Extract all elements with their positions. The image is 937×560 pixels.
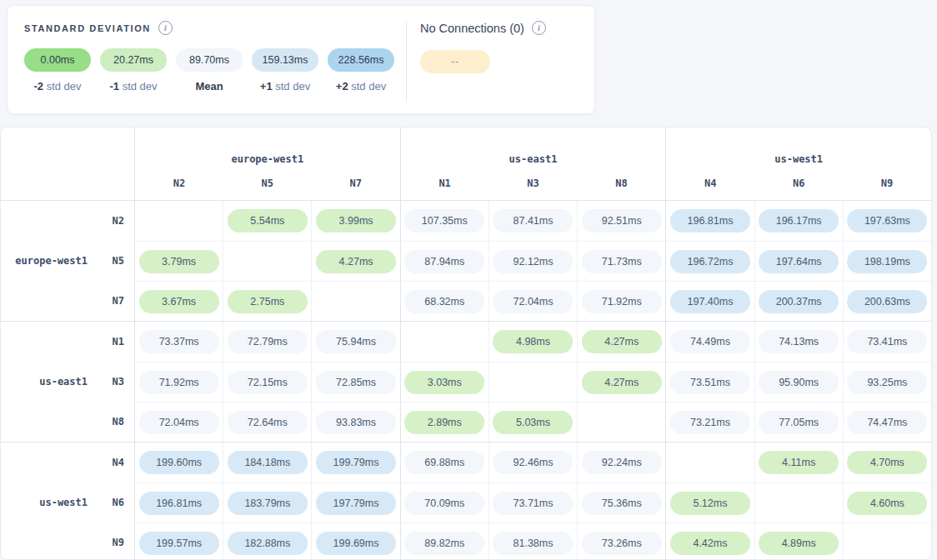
latency-pill[interactable]: 197.79ms (316, 492, 396, 515)
column-node-label: N2 (135, 178, 223, 189)
latency-pill[interactable]: 200.37ms (759, 290, 839, 313)
latency-pill[interactable]: 73.41ms (847, 330, 927, 353)
latency-pill[interactable]: 4.27ms (316, 250, 396, 273)
latency-pill[interactable]: 4.98ms (493, 330, 573, 353)
latency-pill[interactable]: 107.35ms (404, 209, 484, 232)
latency-pill[interactable]: 71.73ms (582, 250, 662, 273)
latency-pill[interactable]: 199.69ms (316, 532, 396, 555)
latency-pill[interactable]: 72.04ms (493, 290, 573, 313)
latency-pill[interactable]: 70.09ms (404, 492, 484, 515)
latency-pill[interactable]: 71.92ms (582, 290, 662, 313)
latency-pill[interactable]: 199.60ms (139, 451, 219, 474)
latency-cell: 197.63ms (843, 201, 931, 241)
latency-pill[interactable]: 5.12ms (670, 492, 750, 515)
latency-pill[interactable]: 4.11ms (759, 451, 839, 474)
latency-pill[interactable]: 197.63ms (847, 209, 927, 232)
row-node-label: N6 (106, 497, 124, 508)
latency-pill[interactable]: 72.15ms (228, 371, 308, 394)
legend-pills: 0.00ms20.27ms89.70ms159.13ms228.56ms (24, 48, 406, 72)
latency-pill[interactable]: 184.18ms (228, 451, 308, 474)
latency-matrix: europe-west1N2N5N7us-east1N1N3N8us-west1… (0, 127, 932, 560)
latency-pill[interactable]: 4.42ms (670, 532, 750, 555)
latency-pill[interactable]: 89.82ms (404, 532, 484, 555)
latency-pill[interactable]: 73.51ms (670, 371, 750, 394)
latency-pill[interactable]: 75.94ms (316, 330, 396, 353)
row-label-cell: N1 (1, 322, 134, 362)
latency-pill[interactable]: 197.40ms (670, 290, 750, 313)
latency-pill[interactable]: 3.99ms (316, 209, 396, 232)
latency-pill[interactable]: 69.88ms (404, 451, 484, 474)
latency-pill[interactable]: 5.03ms (493, 411, 573, 434)
info-icon[interactable]: i (158, 21, 173, 35)
latency-pill[interactable]: 92.24ms (582, 451, 662, 474)
latency-pill[interactable]: 196.81ms (139, 492, 219, 515)
latency-pill[interactable]: 75.36ms (582, 492, 662, 515)
latency-pill[interactable]: 197.64ms (759, 250, 839, 273)
std-dev-title: STANDARD DEVIATION (24, 23, 151, 33)
info-icon[interactable]: i (532, 21, 546, 35)
latency-pill[interactable]: 87.41ms (493, 209, 573, 232)
latency-pill[interactable]: 92.46ms (493, 451, 573, 474)
latency-pill[interactable]: 73.26ms (582, 532, 662, 555)
latency-pill[interactable]: 199.79ms (316, 451, 396, 474)
row-label-cell: us-east1N3 (1, 362, 134, 402)
latency-pill[interactable]: 73.37ms (139, 330, 219, 353)
latency-cell: 5.03ms (489, 402, 577, 442)
matrix-row: europe-west1N53.79ms4.27ms87.94ms92.12ms… (1, 241, 931, 281)
latency-pill[interactable]: 77.05ms (759, 411, 839, 434)
latency-pill[interactable]: 92.51ms (582, 209, 662, 232)
matrix-row: us-west1N6196.81ms183.79ms197.79ms70.09m… (1, 482, 931, 522)
latency-pill[interactable]: 93.25ms (847, 371, 927, 394)
latency-cell: 92.12ms (489, 241, 577, 281)
latency-cell: 71.92ms (577, 281, 665, 321)
latency-pill[interactable]: 72.79ms (228, 330, 308, 353)
latency-cell: 4.27ms (577, 322, 665, 362)
latency-pill[interactable]: 196.17ms (759, 209, 839, 232)
latency-pill[interactable]: 74.49ms (670, 330, 750, 353)
latency-cell: 5.12ms (665, 482, 754, 522)
latency-cell: 72.85ms (311, 362, 399, 402)
latency-pill[interactable]: 81.38ms (493, 532, 573, 555)
latency-pill[interactable]: 200.63ms (847, 290, 927, 313)
latency-pill[interactable]: 93.83ms (316, 411, 396, 434)
latency-pill[interactable]: 73.71ms (493, 492, 573, 515)
latency-cell: 4.27ms (311, 241, 399, 281)
latency-pill[interactable]: 3.79ms (139, 250, 219, 273)
latency-pill[interactable]: 4.27ms (582, 330, 662, 353)
latency-pill[interactable]: 182.88ms (228, 532, 308, 555)
latency-pill[interactable]: 72.85ms (316, 371, 396, 394)
latency-pill[interactable]: 199.57ms (139, 532, 219, 555)
latency-pill[interactable]: 95.90ms (759, 371, 839, 394)
latency-pill[interactable]: 196.81ms (670, 209, 750, 232)
latency-cell: 92.46ms (489, 442, 577, 482)
row-node-label: N7 (106, 295, 124, 307)
latency-pill[interactable]: 4.60ms (847, 492, 927, 515)
latency-pill[interactable]: 71.92ms (139, 371, 219, 394)
latency-pill[interactable]: 68.32ms (404, 290, 484, 313)
latency-pill[interactable]: 4.70ms (847, 451, 927, 474)
latency-cell: 4.27ms (577, 362, 665, 402)
latency-pill[interactable]: 3.67ms (139, 290, 219, 313)
latency-pill[interactable]: 74.47ms (847, 411, 927, 434)
latency-pill[interactable]: 72.04ms (139, 411, 219, 434)
latency-pill[interactable]: 4.27ms (582, 371, 662, 394)
latency-pill[interactable]: 73.21ms (670, 411, 750, 434)
latency-pill[interactable]: 2.89ms (404, 411, 484, 434)
latency-pill[interactable]: 183.79ms (228, 492, 308, 515)
latency-pill[interactable]: 87.94ms (404, 250, 484, 273)
latency-pill[interactable]: 198.19ms (847, 250, 927, 273)
latency-cell: 77.05ms (754, 402, 843, 442)
latency-cell (311, 281, 399, 321)
latency-pill[interactable]: 92.12ms (493, 250, 573, 273)
latency-pill[interactable]: 196.72ms (670, 250, 750, 273)
latency-cell: 71.73ms (577, 241, 665, 281)
latency-pill[interactable]: 72.64ms (228, 411, 308, 434)
latency-pill[interactable]: 2.75ms (228, 290, 308, 313)
latency-pill[interactable]: 4.89ms (759, 532, 839, 555)
latency-pill[interactable]: 3.03ms (404, 371, 484, 394)
matrix-corner (1, 128, 134, 200)
latency-pill[interactable]: 5.54ms (228, 209, 308, 232)
latency-cell: 197.79ms (311, 482, 399, 522)
latency-pill[interactable]: 74.13ms (759, 330, 839, 353)
legend-label: Mean (176, 80, 243, 92)
